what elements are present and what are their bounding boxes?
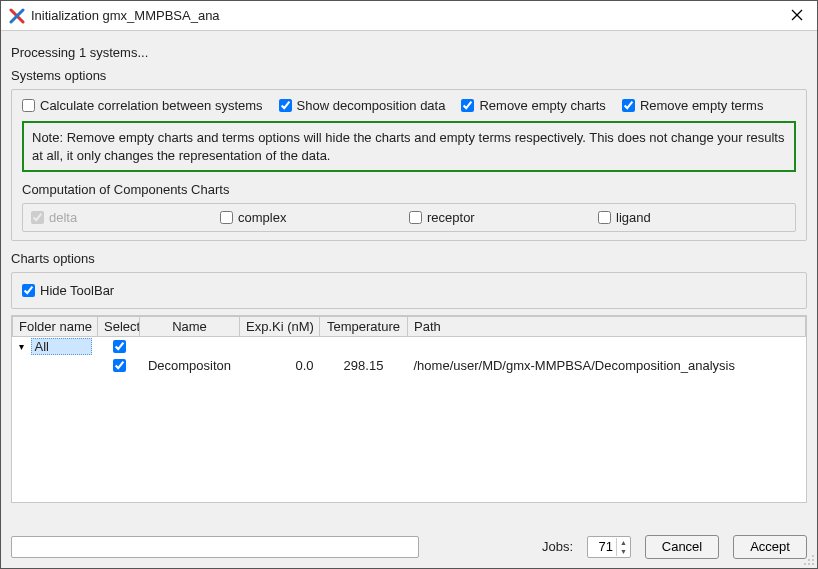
chk-remove-empty-terms-label: Remove empty terms — [640, 98, 764, 113]
chk-correlation-label: Calculate correlation between systems — [40, 98, 263, 113]
chk-delta: delta — [31, 210, 220, 225]
processing-status: Processing 1 systems... — [11, 45, 807, 60]
chk-correlation[interactable]: Calculate correlation between systems — [22, 98, 263, 113]
svg-point-6 — [812, 559, 814, 561]
resize-grip-icon[interactable] — [801, 552, 815, 566]
chk-complex-box[interactable] — [220, 211, 233, 224]
app-icon — [9, 8, 25, 24]
chk-remove-empty-terms-box[interactable] — [622, 99, 635, 112]
charts-options-panel: Hide ToolBar — [11, 272, 807, 309]
chk-show-decomp-label: Show decomposition data — [297, 98, 446, 113]
hdr-temp[interactable]: Temperature — [320, 317, 408, 337]
close-button[interactable] — [785, 7, 809, 25]
hdr-path[interactable]: Path — [408, 317, 806, 337]
systems-table-panel: Folder name Select Name Exp.Ki (nM) Temp… — [11, 315, 807, 503]
chk-receptor-box[interactable] — [409, 211, 422, 224]
chk-ligand[interactable]: ligand — [598, 210, 787, 225]
chk-remove-empty-charts-box[interactable] — [461, 99, 474, 112]
jobs-label: Jobs: — [542, 539, 573, 554]
table-row[interactable]: Decompositon 0.0 298.15 /home/user/MD/gm… — [13, 356, 806, 375]
chk-delta-label: delta — [49, 210, 77, 225]
chk-hide-toolbar[interactable]: Hide ToolBar — [22, 283, 796, 298]
row-expki: 0.0 — [240, 356, 320, 375]
jobs-value[interactable] — [588, 539, 616, 554]
spin-up-icon[interactable]: ▲ — [617, 538, 630, 547]
chk-receptor[interactable]: receptor — [409, 210, 598, 225]
hdr-name[interactable]: Name — [140, 317, 240, 337]
tree-root-row[interactable]: ▾ All — [13, 337, 806, 357]
chk-show-decomp-box[interactable] — [279, 99, 292, 112]
svg-point-9 — [812, 563, 814, 565]
chk-complex-label: complex — [238, 210, 286, 225]
chk-remove-empty-charts[interactable]: Remove empty charts — [461, 98, 605, 113]
tree-expand-icon[interactable]: ▾ — [19, 341, 29, 352]
note-box: Note: Remove empty charts and terms opti… — [22, 121, 796, 172]
hdr-folder[interactable]: Folder name — [13, 317, 98, 337]
jobs-spinbox[interactable]: ▲ ▼ — [587, 536, 631, 558]
chk-complex[interactable]: complex — [220, 210, 409, 225]
systems-table[interactable]: Folder name Select Name Exp.Ki (nM) Temp… — [12, 316, 806, 375]
chk-remove-empty-charts-label: Remove empty charts — [479, 98, 605, 113]
tree-root-label[interactable]: All — [31, 338, 92, 355]
chk-hide-toolbar-label: Hide ToolBar — [40, 283, 114, 298]
accept-button[interactable]: Accept — [733, 535, 807, 559]
svg-point-7 — [804, 563, 806, 565]
svg-point-8 — [808, 563, 810, 565]
svg-point-5 — [808, 559, 810, 561]
systems-options-panel: Calculate correlation between systems Sh… — [11, 89, 807, 241]
chk-hide-toolbar-box[interactable] — [22, 284, 35, 297]
svg-point-4 — [812, 555, 814, 557]
filter-input[interactable] — [11, 536, 419, 558]
tree-root-select[interactable] — [113, 340, 126, 353]
chk-receptor-label: receptor — [427, 210, 475, 225]
chk-remove-empty-terms[interactable]: Remove empty terms — [622, 98, 764, 113]
row-select[interactable] — [113, 359, 126, 372]
chk-ligand-label: ligand — [616, 210, 651, 225]
table-header-row: Folder name Select Name Exp.Ki (nM) Temp… — [13, 317, 806, 337]
hdr-expki[interactable]: Exp.Ki (nM) — [240, 317, 320, 337]
chk-ligand-box[interactable] — [598, 211, 611, 224]
hdr-select[interactable]: Select — [98, 317, 140, 337]
row-temp: 298.15 — [320, 356, 408, 375]
components-label: Computation of Components Charts — [22, 182, 796, 197]
window-title: Initialization gmx_MMPBSA_ana — [31, 8, 785, 23]
row-name: Decompositon — [140, 356, 240, 375]
chk-delta-box — [31, 211, 44, 224]
components-panel: delta complex receptor ligand — [22, 203, 796, 232]
charts-options-label: Charts options — [11, 251, 807, 266]
bottom-bar: Jobs: ▲ ▼ Cancel Accept — [1, 524, 817, 568]
chk-show-decomp[interactable]: Show decomposition data — [279, 98, 446, 113]
titlebar: Initialization gmx_MMPBSA_ana — [1, 1, 817, 31]
spin-down-icon[interactable]: ▼ — [617, 547, 630, 556]
row-path: /home/user/MD/gmx-MMPBSA/Decomposition_a… — [408, 356, 806, 375]
chk-correlation-box[interactable] — [22, 99, 35, 112]
close-icon — [791, 9, 803, 21]
systems-options-label: Systems options — [11, 68, 807, 83]
cancel-button[interactable]: Cancel — [645, 535, 719, 559]
